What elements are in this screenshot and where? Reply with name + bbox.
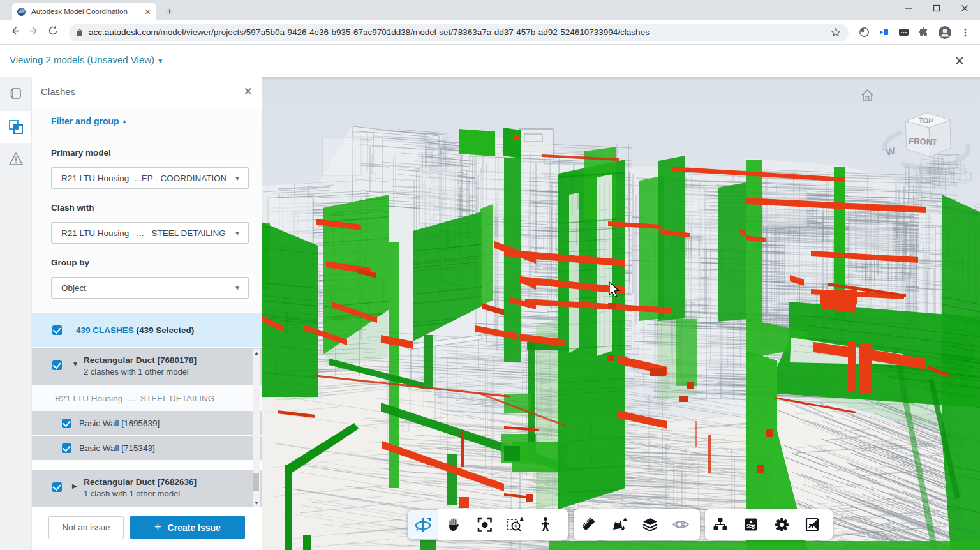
svg-text:FRONT: FRONT [909, 136, 938, 147]
svg-text:A: A [681, 521, 686, 528]
svg-text:TOP: TOP [919, 116, 933, 125]
